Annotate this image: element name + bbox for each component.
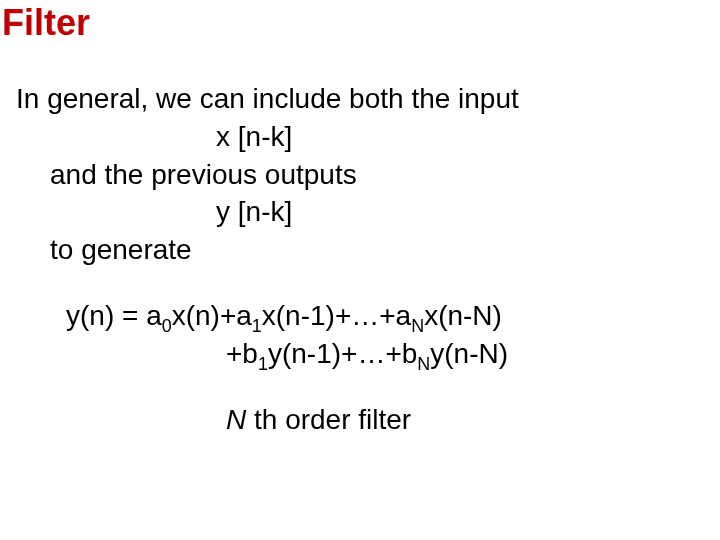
eq-sub-a1: 1: [252, 316, 262, 336]
body-line-generate: to generate: [16, 231, 704, 269]
equation-block: y(n) = a0x(n)+a1x(n-1)+…+aNx(n-N) +b1y(n…: [16, 297, 704, 373]
equation-line-2: +b1y(n-1)+…+bNy(n-N): [16, 335, 704, 373]
eq-sub-b1: 1: [258, 353, 268, 373]
slide: { "title": "Filter", "body": { "line1": …: [0, 0, 720, 540]
body-x-expression: x [n-k]: [16, 118, 704, 156]
order-line: N th order filter: [16, 401, 704, 439]
eq-bN-post: y(n-N): [430, 338, 508, 369]
eq-lhs: y(n) = a: [66, 300, 162, 331]
order-n-italic: N: [226, 404, 246, 435]
eq-aN-pre: x(n-1)+…+a: [262, 300, 411, 331]
slide-title: Filter: [2, 2, 90, 44]
body-line-intro: In general, we can include both the inpu…: [16, 80, 704, 118]
eq-a1-pre: x(n)+a: [172, 300, 252, 331]
body-y-expression: y [n-k]: [16, 193, 704, 231]
eq-sub-aN: N: [411, 316, 424, 336]
eq-sub-a0: 0: [162, 316, 172, 336]
order-rest: th order filter: [246, 404, 411, 435]
equation-line-1: y(n) = a0x(n)+a1x(n-1)+…+aNx(n-N): [16, 297, 704, 335]
eq-bN-pre: y(n-1)+…+b: [268, 338, 417, 369]
body-line-and: and the previous outputs: [16, 156, 704, 194]
eq-sub-bN: N: [417, 353, 430, 373]
slide-body: In general, we can include both the inpu…: [16, 80, 704, 438]
eq-aN-post: x(n-N): [424, 300, 502, 331]
eq-b1-pre: +b: [226, 338, 258, 369]
